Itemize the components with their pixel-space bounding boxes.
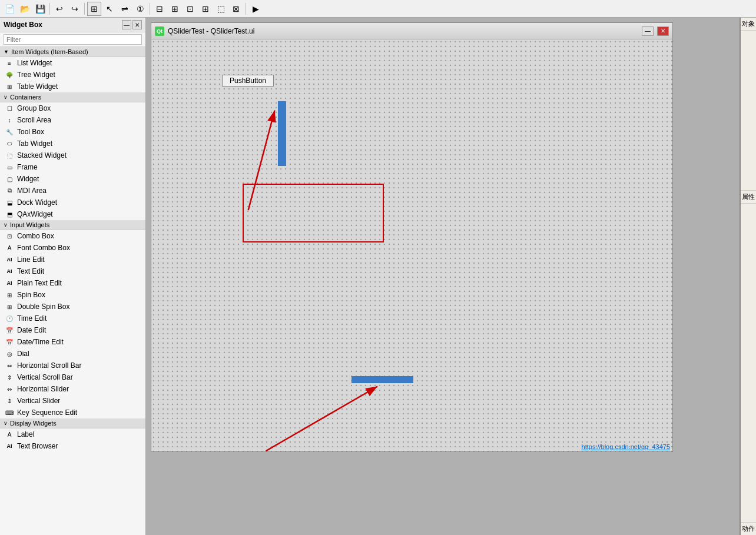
widget-box-controls: — ✕ xyxy=(122,20,142,29)
section-display-label: Display Widgets xyxy=(10,420,57,427)
qaxwidget-icon: ⬒ xyxy=(5,210,14,219)
widget-box-pin-button[interactable]: — xyxy=(122,20,131,29)
h-slider-label: Horizontal Slider xyxy=(17,385,69,393)
qt-form-canvas[interactable]: PushButton xyxy=(151,39,672,451)
h-scroll-bar-item[interactable]: ⇔ Horizontal Scroll Bar xyxy=(0,360,145,371)
new-button[interactable]: 📄 xyxy=(2,2,16,16)
section-display-widgets[interactable]: ∨ Display Widgets xyxy=(0,418,145,428)
actions-label: 动作 xyxy=(741,522,756,535)
section-item-based[interactable]: ▼ Item Widgets (Item-Based) xyxy=(0,47,145,57)
tab-order-button[interactable]: ① xyxy=(133,2,147,16)
mdi-area-label: MDI Area xyxy=(17,187,47,195)
tree-widget-item[interactable]: 🌳 Tree Widget xyxy=(0,69,145,81)
time-edit-item[interactable]: 🕐 Time Edit xyxy=(0,313,145,324)
open-button[interactable]: 📂 xyxy=(18,2,32,16)
dock-widget-icon: ⬓ xyxy=(5,198,14,207)
plain-text-edit-item[interactable]: AI Plain Text Edit xyxy=(0,277,145,289)
date-edit-item[interactable]: 📅 Date Edit xyxy=(0,324,145,336)
main-layout: Widget Box — ✕ ▼ Item Widgets (Item-Base… xyxy=(0,18,756,535)
v-slider-icon: ⇕ xyxy=(5,396,14,406)
section-input-widgets[interactable]: ∨ Input Widgets xyxy=(0,220,145,230)
label-item[interactable]: A Label xyxy=(0,428,145,440)
canvas-vertical-slider[interactable] xyxy=(278,101,286,166)
qt-window-close-button[interactable]: ✕ xyxy=(657,26,669,36)
break-layout-button[interactable]: ⬚ xyxy=(214,2,228,16)
double-spin-box-item[interactable]: ⊞ Double Spin Box xyxy=(0,301,145,313)
redo-button[interactable]: ↪ xyxy=(68,2,82,16)
tree-widget-icon: 🌳 xyxy=(5,70,14,79)
key-seq-edit-item[interactable]: ⌨ Key Sequence Edit xyxy=(0,407,145,418)
qaxwidget-item[interactable]: ⬒ QAxWidget xyxy=(0,208,145,220)
h-slider-item[interactable]: ⇔ Horizontal Slider xyxy=(0,383,145,395)
preview-button[interactable]: ▶ xyxy=(248,2,263,16)
widget-item[interactable]: ▢ Widget xyxy=(0,173,145,185)
dial-item[interactable]: ◎ Dial xyxy=(0,348,145,360)
group-box-icon: ☐ xyxy=(5,104,14,113)
spin-box-label: Spin Box xyxy=(17,291,45,299)
qt-window-minimize-button[interactable]: — xyxy=(642,26,654,36)
frame-item[interactable]: ▭ Frame xyxy=(0,161,145,173)
widget-box-close-button[interactable]: ✕ xyxy=(132,20,142,29)
widget-box-title: Widget Box xyxy=(4,21,42,29)
qt-logo: Qt xyxy=(155,26,164,36)
gridlayout-button[interactable]: ⊞ xyxy=(198,2,213,16)
list-widget-item[interactable]: ≡ List Widget xyxy=(0,57,145,69)
connect-button[interactable]: ⇌ xyxy=(118,2,132,16)
spin-box-icon: ⊞ xyxy=(5,290,14,300)
scroll-area-item[interactable]: ↕ Scroll Area xyxy=(0,114,145,126)
right-side-panel: 对象 属性 动作 xyxy=(740,18,756,535)
combo-box-item[interactable]: ⊡ Combo Box xyxy=(0,230,145,242)
tab-widget-item[interactable]: ⬭ Tab Widget xyxy=(0,138,145,149)
line-edit-item[interactable]: AI Line Edit xyxy=(0,254,145,265)
save-button[interactable]: 💾 xyxy=(33,2,47,16)
adjust-size-button[interactable]: ⊠ xyxy=(229,2,243,16)
dial-label: Dial xyxy=(17,350,29,358)
properties-label: 属性 xyxy=(741,190,756,204)
v-scroll-bar-item[interactable]: ⇕ Vertical Scroll Bar xyxy=(0,371,145,383)
widget-icon: ▢ xyxy=(5,174,14,184)
list-widget-label: List Widget xyxy=(17,59,52,67)
canvas-pushbutton[interactable]: PushButton xyxy=(222,75,274,87)
mdi-area-item[interactable]: ⧉ MDI Area xyxy=(0,185,145,197)
datetime-edit-item[interactable]: 📅 Date/Time Edit xyxy=(0,336,145,348)
table-widget-item[interactable]: ⊞ Table Widget xyxy=(0,81,145,92)
label-label: Label xyxy=(17,430,34,438)
section-item-based-arrow: ▼ xyxy=(4,49,9,55)
formlayout-button[interactable]: ⊡ xyxy=(183,2,197,16)
scroll-area-icon: ↕ xyxy=(5,115,14,125)
h-scroll-bar-icon: ⇔ xyxy=(5,361,14,370)
pointer-button[interactable]: ↖ xyxy=(102,2,117,16)
v-slider-label: Vertical Slider xyxy=(17,397,60,405)
undo-button[interactable]: ↩ xyxy=(52,2,67,16)
canvas-horizontal-slider[interactable] xyxy=(352,376,413,383)
section-input-label: Input Widgets xyxy=(10,221,49,228)
grid-button[interactable]: ⊞ xyxy=(87,2,101,16)
right-panel-header: 对象 xyxy=(741,18,756,31)
text-browser-label: Text Browser xyxy=(17,442,58,450)
widget-label: Widget xyxy=(17,175,39,183)
plain-text-edit-icon: AI xyxy=(5,278,14,288)
stacked-widget-icon: ⬚ xyxy=(5,151,14,160)
vlayout-button[interactable]: ⊞ xyxy=(168,2,182,16)
stacked-widget-item[interactable]: ⬚ Stacked Widget xyxy=(0,149,145,161)
v-scroll-bar-icon: ⇕ xyxy=(5,373,14,382)
datetime-edit-label: Date/Time Edit xyxy=(17,338,64,346)
v-slider-item[interactable]: ⇕ Vertical Slider xyxy=(0,395,145,407)
widget-box-filter-input[interactable] xyxy=(4,34,142,45)
group-box-item[interactable]: ☐ Group Box xyxy=(0,102,145,114)
time-edit-icon: 🕐 xyxy=(5,314,14,323)
hlayout-button[interactable]: ⊟ xyxy=(152,2,167,16)
canvas-red-frame[interactable] xyxy=(243,184,384,242)
double-spin-box-icon: ⊞ xyxy=(5,302,14,311)
text-browser-item[interactable]: AI Text Browser xyxy=(0,440,145,452)
spin-box-item[interactable]: ⊞ Spin Box xyxy=(0,289,145,301)
font-combo-box-item[interactable]: A Font Combo Box xyxy=(0,242,145,254)
tool-box-item[interactable]: 🔧 Tool Box xyxy=(0,126,145,138)
section-display-arrow: ∨ xyxy=(4,420,8,426)
combo-box-icon: ⊡ xyxy=(5,231,14,241)
text-edit-item[interactable]: AI Text Edit xyxy=(0,265,145,277)
toolbar-sep-4 xyxy=(246,3,246,15)
dock-widget-item[interactable]: ⬓ Dock Widget xyxy=(0,197,145,208)
arrows-overlay xyxy=(151,39,672,451)
section-containers[interactable]: ∨ Containers xyxy=(0,92,145,102)
